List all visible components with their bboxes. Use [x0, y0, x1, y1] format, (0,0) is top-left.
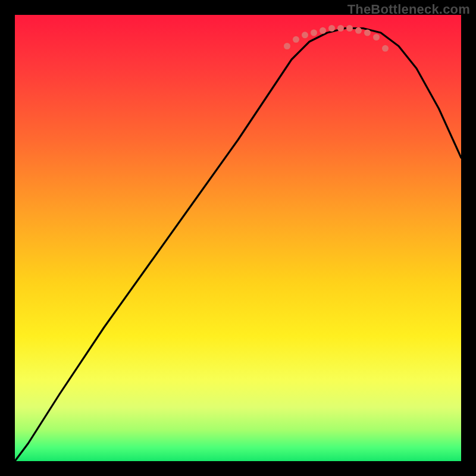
sweet-spot-dot — [311, 30, 317, 36]
sweet-spot-dots — [284, 25, 389, 52]
sweet-spot-dot — [320, 27, 326, 34]
sweet-spot-dot — [355, 27, 362, 34]
sweet-spot-dot — [364, 30, 371, 36]
sweet-spot-dot — [337, 25, 344, 32]
sweet-spot-dot — [302, 32, 308, 38]
sweet-spot-dot — [346, 25, 353, 32]
chart-frame: TheBottleneck.com — [0, 0, 476, 476]
plot-area — [15, 15, 461, 461]
curve-layer — [15, 15, 461, 461]
sweet-spot-dot — [373, 34, 380, 40]
sweet-spot-dot — [382, 45, 389, 52]
bottleneck-curve — [15, 29, 461, 462]
sweet-spot-dot — [328, 25, 335, 32]
sweet-spot-dot — [284, 43, 290, 49]
sweet-spot-dot — [293, 36, 299, 43]
